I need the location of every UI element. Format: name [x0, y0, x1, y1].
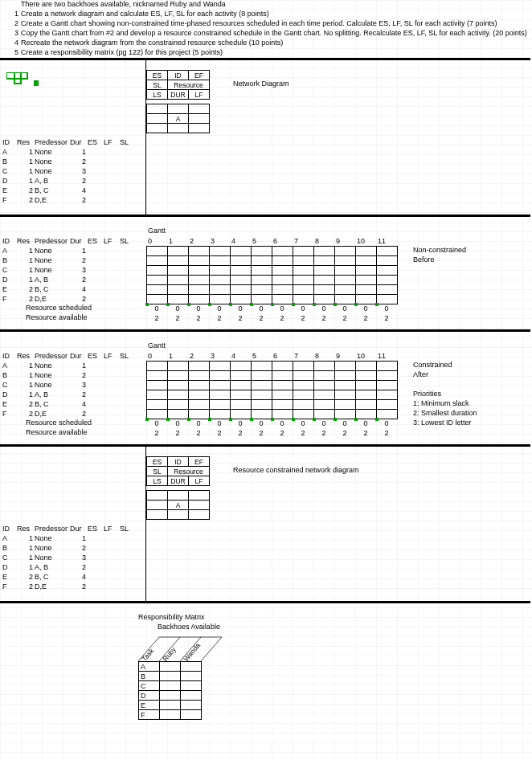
svg-line-7: [201, 637, 222, 661]
gantt-cell: [168, 381, 189, 390]
gantt-cell: [252, 285, 272, 295]
activity-cell: None: [34, 370, 69, 380]
activity-table-4: ID Res Predessor Dur ES LF SL: [2, 524, 135, 533]
gantt-cell: [147, 276, 168, 285]
resp-cell: [181, 672, 202, 681]
section-5: Responsibility Matrix Backhoes Available…: [0, 603, 532, 724]
activity-cell: B: [2, 543, 16, 553]
resp-cell: [160, 701, 181, 710]
gantt-cell: [335, 400, 356, 410]
gantt-cell: [231, 390, 252, 400]
resource-value: 2: [272, 313, 293, 323]
activity-cell: A, B: [34, 562, 69, 572]
label-after: After: [413, 370, 428, 378]
activity-cell: 2: [69, 176, 87, 186]
gantt-cell: [314, 266, 335, 276]
gantt-cell: [252, 256, 272, 266]
gantt-cell: [293, 362, 314, 371]
gantt-cell: [168, 410, 189, 419]
gantt-cell: [168, 266, 189, 276]
gantt-grid-2: [146, 246, 398, 304]
gantt-cell: [189, 266, 210, 276]
green-dot-icon: [334, 303, 337, 306]
gantt-col-head: 11: [376, 351, 397, 361]
gantt-cell: [168, 371, 189, 381]
gantt-col-head: 8: [313, 351, 334, 361]
activity-cell: E: [2, 284, 16, 294]
green-dot-icon: [187, 418, 190, 421]
gantt-cell: [356, 371, 377, 381]
label-nonconstrained: Non-constrained: [413, 246, 466, 254]
gantt-cell: [168, 400, 189, 410]
gantt-cell: [314, 371, 335, 381]
gantt-cell: [356, 256, 377, 266]
gantt-cell: [335, 410, 356, 419]
activity-cell: 2: [69, 390, 87, 399]
resource-value: 0: [313, 304, 334, 313]
activity-cell: 1: [69, 246, 87, 255]
resource-available-label-2: Resource available: [26, 313, 88, 321]
gantt-cell: [356, 381, 377, 390]
gantt-cell: [210, 285, 231, 295]
gantt-cell: [210, 256, 231, 266]
section-4: ES ID EF SL Resource LS DUR LF Resource …: [0, 447, 532, 601]
resource-value: 0: [146, 304, 167, 313]
resource-value: 2: [251, 313, 272, 323]
gantt-cell: [314, 381, 335, 390]
gantt-cell: [335, 247, 356, 256]
resp-cell: [181, 691, 202, 701]
activity-cell: None: [34, 361, 69, 370]
resource-value: 0: [293, 304, 313, 313]
gantt-cell: [252, 295, 272, 304]
gantt-cell: [377, 400, 398, 410]
activity-cell: D: [2, 275, 16, 284]
resource-value: 2: [146, 313, 167, 323]
gantt-cell: [356, 247, 377, 256]
section-2: Gantt 01234567891011 Non-constrained Bef…: [0, 217, 532, 329]
gantt-cell: [252, 371, 272, 381]
gantt-cell: [314, 295, 335, 304]
resource-value: 0: [272, 304, 293, 313]
activity-cell: 3: [69, 380, 87, 390]
gantt-cell: [147, 410, 168, 419]
resource-value: 2: [251, 428, 272, 438]
gantt-cell: [231, 410, 252, 419]
gantt-cell: [210, 400, 231, 410]
activity-cell: 2: [69, 543, 87, 553]
resp-cell: [181, 662, 202, 672]
gantt-cell: [252, 390, 272, 400]
gantt-col-head: 6: [272, 351, 293, 361]
activity-cell: 1: [16, 246, 34, 255]
network-diagram-label: Network Diagram: [233, 80, 289, 88]
gantt-cell: [377, 247, 398, 256]
resp-cell: [160, 672, 181, 681]
svg-rect-1: [6, 72, 27, 79]
resource-value: 0: [209, 304, 230, 313]
gantt-cell: [210, 266, 231, 276]
activity-cell: 1: [16, 157, 34, 166]
gantt-cell: [335, 381, 356, 390]
activity-cell: D,E: [34, 294, 69, 304]
green-dot-icon: [271, 303, 274, 306]
activity-cell: 1: [69, 361, 87, 370]
gantt-cell: [168, 247, 189, 256]
rc-network-diagram-label: Resource constrained network diagram: [233, 466, 359, 474]
gantt-cell: [314, 276, 335, 285]
activity-cell: E: [2, 186, 16, 195]
gantt-cell: [356, 266, 377, 276]
resource-value: 0: [188, 419, 209, 428]
resource-value: 0: [376, 304, 397, 313]
resp-cell: C: [139, 681, 160, 691]
activity-cell: 1: [16, 147, 34, 157]
activity-cell: 1: [16, 361, 34, 370]
intro-item-1: 1 Create a network diagram and calculate…: [0, 10, 532, 19]
gantt-cell: [147, 400, 168, 410]
activity-cell: 2: [16, 582, 34, 591]
activity-cell: 2: [69, 562, 87, 572]
activity-cell: 1: [16, 553, 34, 562]
intro-item-4: 4 Recreate the network diagram from the …: [0, 39, 532, 48]
gantt-cell: [293, 276, 314, 285]
intro-item-3: 3 Copy the Gantt chart from #2 and devel…: [0, 29, 532, 39]
activity-cell: 1: [16, 380, 34, 390]
activity-cell: B: [2, 255, 16, 265]
